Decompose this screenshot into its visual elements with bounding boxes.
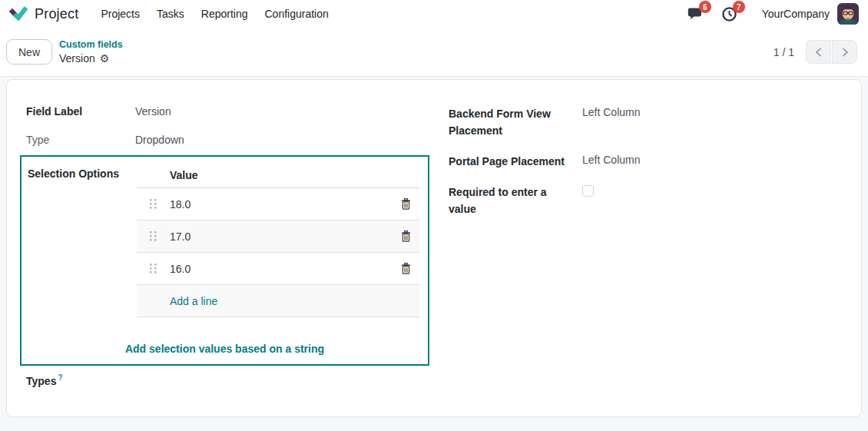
breadcrumb: Custom fields Version ⚙ xyxy=(59,39,123,65)
app-name[interactable]: Project xyxy=(35,6,78,22)
trash-icon[interactable] xyxy=(391,230,420,242)
required-label: Required to enter a value xyxy=(449,184,582,217)
selection-row: 17.0 xyxy=(137,220,420,253)
activities-button[interactable]: 7 xyxy=(721,5,739,23)
backend-placement-row: Backend Form View Placement Left Column xyxy=(449,105,842,139)
pager-next-button[interactable] xyxy=(832,40,857,64)
main-menu: Projects Tasks Reporting Configuration xyxy=(92,3,336,25)
menu-item-tasks[interactable]: Tasks xyxy=(148,3,193,25)
selection-options-label: Selection Options xyxy=(28,167,119,180)
form-right-column: Backend Form View Placement Left Column … xyxy=(449,99,842,387)
portal-placement-label: Portal Page Placement xyxy=(449,153,582,170)
activities-badge: 7 xyxy=(733,1,745,13)
field-type-value[interactable]: Dropdown xyxy=(135,134,184,146)
drag-handle-icon[interactable] xyxy=(137,231,170,241)
required-checkbox[interactable] xyxy=(582,185,594,197)
backend-placement-value[interactable]: Left Column xyxy=(582,105,640,139)
portal-placement-value[interactable]: Left Column xyxy=(582,153,640,170)
project-logo-icon[interactable] xyxy=(9,5,28,22)
selection-row: 18.0 xyxy=(137,188,420,220)
form-left-column: Field Label Version Type Dropdown Select… xyxy=(26,99,429,387)
chevron-left-icon xyxy=(815,48,823,57)
pager-previous-button[interactable] xyxy=(806,40,831,64)
breadcrumb-current: Version xyxy=(59,52,95,65)
types-row: Types? xyxy=(26,373,429,387)
selection-row: 16.0 xyxy=(137,253,420,285)
field-type-label: Type xyxy=(26,134,135,146)
new-button[interactable]: New xyxy=(6,39,52,65)
value-column-header: Value xyxy=(137,163,420,188)
add-a-line-link[interactable]: Add a line xyxy=(137,285,420,317)
control-panel: New Custom fields Version ⚙ 1 / 1 xyxy=(0,28,868,77)
field-type-row: Type Dropdown xyxy=(26,134,429,146)
trash-icon[interactable] xyxy=(391,263,420,274)
selection-options-box: Selection Options Value 18.0 xyxy=(20,155,429,366)
main-content: Field Label Version Type Dropdown Select… xyxy=(0,77,868,431)
user-avatar[interactable] xyxy=(837,3,859,25)
field-label-value[interactable]: Version xyxy=(135,105,171,118)
messages-badge: 6 xyxy=(699,1,711,13)
chevron-right-icon xyxy=(841,48,849,57)
trash-icon[interactable] xyxy=(391,198,420,210)
drag-handle-icon[interactable] xyxy=(137,264,170,274)
topbar-right: 6 7 YourCompany xyxy=(687,3,859,25)
portal-placement-row: Portal Page Placement Left Column xyxy=(449,153,842,170)
app-brand[interactable]: Project xyxy=(9,5,78,22)
types-label: Types xyxy=(26,375,56,387)
required-row: Required to enter a value xyxy=(449,184,842,217)
menu-item-projects[interactable]: Projects xyxy=(92,3,148,25)
company-name[interactable]: YourCompany xyxy=(762,8,830,20)
selection-row-value[interactable]: 17.0 xyxy=(170,230,391,243)
pager-count: 1 / 1 xyxy=(774,46,794,58)
menu-item-reporting[interactable]: Reporting xyxy=(193,3,257,25)
add-selection-values-from-string-link[interactable]: Add selection values based on a string xyxy=(22,343,428,355)
breadcrumb-parent-link[interactable]: Custom fields xyxy=(59,39,123,51)
backend-placement-label: Backend Form View Placement xyxy=(449,105,582,139)
messages-button[interactable]: 6 xyxy=(687,5,705,23)
gear-icon[interactable]: ⚙ xyxy=(100,53,110,64)
menu-item-configuration[interactable]: Configuration xyxy=(257,3,337,25)
field-label-row: Field Label Version xyxy=(26,105,429,118)
selection-row-value[interactable]: 18.0 xyxy=(170,198,391,211)
form-sheet: Field Label Version Type Dropdown Select… xyxy=(6,79,862,417)
selection-row-value[interactable]: 16.0 xyxy=(170,263,391,275)
top-navbar: Project Projects Tasks Reporting Configu… xyxy=(0,0,868,28)
drag-handle-icon[interactable] xyxy=(137,199,170,209)
pager: 1 / 1 xyxy=(774,40,857,64)
help-icon[interactable]: ? xyxy=(58,373,62,382)
field-label-label: Field Label xyxy=(26,105,135,118)
selection-options-table: Value 18.0 xyxy=(137,163,420,364)
